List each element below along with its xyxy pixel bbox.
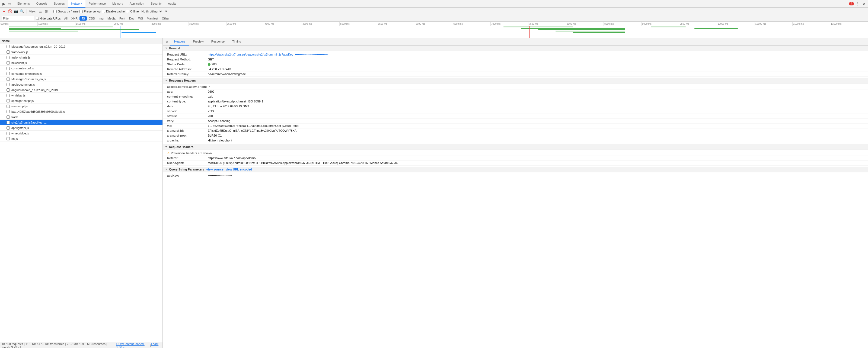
filter-type-ws[interactable]: WS (136, 16, 145, 21)
query-string-section-header[interactable]: ▼ Query String Parameters view source vi… (163, 167, 868, 172)
list-item[interactable]: bae149f57bae6d80d6896d9300c8eb8.js (0, 109, 162, 114)
list-item-checkbox[interactable] (6, 105, 10, 108)
detail-value[interactable]: https://static.site24x7rum.eu/beacon/sit… (208, 53, 864, 56)
throttle-dropdown-icon[interactable]: ▾ (164, 9, 169, 14)
group-by-frame-checkbox[interactable] (54, 10, 57, 13)
view-url-encoded-link[interactable]: view URL encoded (226, 168, 252, 171)
list-item[interactable]: MessageResources_en.js?Jun_20_2019 (0, 44, 162, 49)
detail-row: age:2602 (163, 90, 868, 94)
list-item[interactable]: newclient.js (0, 60, 162, 66)
camera-icon[interactable]: 📷 (13, 9, 19, 14)
record-icon[interactable]: ● (2, 9, 6, 14)
tab-console[interactable]: Console (33, 0, 51, 8)
list-item-checkbox[interactable] (6, 89, 10, 92)
timeline-bar (538, 29, 625, 30)
list-item-checkbox[interactable] (6, 110, 10, 113)
detail-right-panel: ✕ Headers Preview Response Timing ▼ Gene… (163, 38, 868, 348)
tab-sources[interactable]: Sources (51, 0, 68, 8)
list-item-checkbox[interactable] (6, 50, 10, 54)
filter-type-all[interactable]: All (62, 16, 69, 21)
list-item-checkbox[interactable] (6, 67, 10, 70)
hide-data-urls-checkbox[interactable] (36, 17, 39, 20)
list-item[interactable]: angular-locale_en.js?Jun_20_2019 (0, 87, 162, 93)
list-item[interactable]: rum-script.js (0, 104, 162, 109)
tab-headers[interactable]: Headers (170, 38, 189, 45)
list-item-name: MessageResources_en.js?Jun_20_2019 (11, 45, 65, 48)
list-item[interactable]: MessageResources_en.js (0, 76, 162, 82)
tab-timing[interactable]: Timing (228, 38, 245, 45)
disable-cache-checkbox[interactable] (102, 10, 105, 13)
network-list[interactable]: MessageResources_en.js?Jun_20_2019framew… (0, 44, 162, 343)
tab-preview[interactable]: Preview (189, 38, 208, 45)
offline-checkbox[interactable] (126, 10, 129, 13)
filter-type-media[interactable]: Media (105, 16, 118, 21)
list-item[interactable]: spotlight-script.js (0, 98, 162, 104)
list-item-checkbox[interactable] (6, 94, 10, 97)
filter-type-js[interactable]: JS (80, 16, 87, 21)
list-item[interactable]: constants-timezones.js (0, 71, 162, 76)
list-item[interactable]: fusioncharts.js (0, 55, 162, 60)
list-item-checkbox[interactable] (6, 99, 10, 102)
filter-type-css[interactable]: CSS (87, 16, 97, 21)
detail-value: 200 (208, 114, 864, 117)
list-item[interactable]: track (0, 114, 162, 120)
list-item[interactable]: constants-conf.js (0, 66, 162, 71)
list-item[interactable]: aprilightapi.js (0, 125, 162, 131)
view-grid-icon[interactable]: ⊞ (44, 9, 49, 14)
inspect-icon[interactable]: ▶ (1, 1, 6, 6)
list-item-checkbox[interactable] (6, 72, 10, 75)
filter-input[interactable] (2, 16, 34, 21)
response-headers-section-header[interactable]: ▼ Response Headers (163, 78, 868, 83)
list-item[interactable]: applogcommon.js (0, 82, 162, 87)
list-item-checkbox[interactable] (6, 45, 10, 48)
tab-audits[interactable]: Audits (165, 0, 180, 8)
filter-type-img[interactable]: Img (97, 16, 105, 21)
list-item-checkbox[interactable] (6, 77, 10, 81)
list-item[interactable]: wmebridge.js (0, 131, 162, 136)
request-headers-body: ⚠ Provisional headers are shown Referer:… (163, 150, 868, 167)
device-icon[interactable]: ▭ (6, 1, 12, 6)
tab-application[interactable]: Application (126, 0, 148, 8)
view-source-link[interactable]: view source (207, 168, 223, 171)
detail-close-button[interactable]: ✕ (164, 39, 170, 44)
clear-icon[interactable]: 🚫 (8, 9, 12, 14)
query-string-title: Query String Parameters (169, 168, 204, 171)
filter-type-doc[interactable]: Doc (127, 16, 136, 21)
general-section-header[interactable]: ▼ General (163, 45, 868, 51)
filter-type-font[interactable]: Font (118, 16, 127, 21)
preserve-log-checkbox[interactable] (80, 10, 83, 13)
tab-network[interactable]: Network (68, 0, 86, 8)
list-item-checkbox[interactable] (6, 126, 10, 130)
timeline-bar (9, 28, 61, 29)
more-options-icon[interactable]: ⋮ (855, 1, 860, 6)
domcontent-link[interactable]: DOMContentLoaded: 1.60 s (116, 342, 150, 348)
filter-icon[interactable]: 🔍 (20, 9, 24, 14)
tab-elements[interactable]: Elements (14, 0, 33, 8)
list-item[interactable]: en.js (0, 136, 162, 141)
view-list-icon[interactable]: ☰ (38, 9, 43, 14)
list-item-checkbox[interactable] (6, 137, 10, 140)
list-item-checkbox[interactable] (6, 56, 10, 59)
list-item[interactable]: site24x7rum.js?appKey=... (0, 120, 162, 125)
list-item-checkbox[interactable] (6, 121, 10, 124)
detail-key: appKey: (167, 174, 208, 177)
tab-memory[interactable]: Memory (109, 0, 126, 8)
filter-type-other[interactable]: Other (160, 16, 172, 21)
list-item[interactable]: framework.js (0, 49, 162, 55)
close-devtools-icon[interactable]: ✕ (862, 1, 867, 6)
list-item-checkbox[interactable] (6, 132, 10, 135)
list-item-checkbox[interactable] (6, 61, 10, 65)
filter-type-xhr[interactable]: XHR (69, 16, 80, 21)
filter-type-manifest[interactable]: Manifest (145, 16, 160, 21)
load-link[interactable]: Load: ... (151, 342, 161, 348)
tab-security[interactable]: Security (147, 0, 165, 8)
tab-performance[interactable]: Performance (86, 0, 109, 8)
name-column-header: Name (2, 39, 10, 42)
list-item[interactable]: wmiebar.js (0, 93, 162, 98)
tab-response[interactable]: Response (208, 38, 229, 45)
request-headers-section-header[interactable]: ▼ Request Headers (163, 144, 868, 150)
list-item-checkbox[interactable] (6, 115, 10, 119)
detail-value: 1.1 d62b00d935fb0d7e7cca1419fa92ff35.clo… (208, 124, 864, 127)
list-item-checkbox[interactable] (6, 83, 10, 86)
throttle-select[interactable]: No throttling (140, 9, 163, 13)
